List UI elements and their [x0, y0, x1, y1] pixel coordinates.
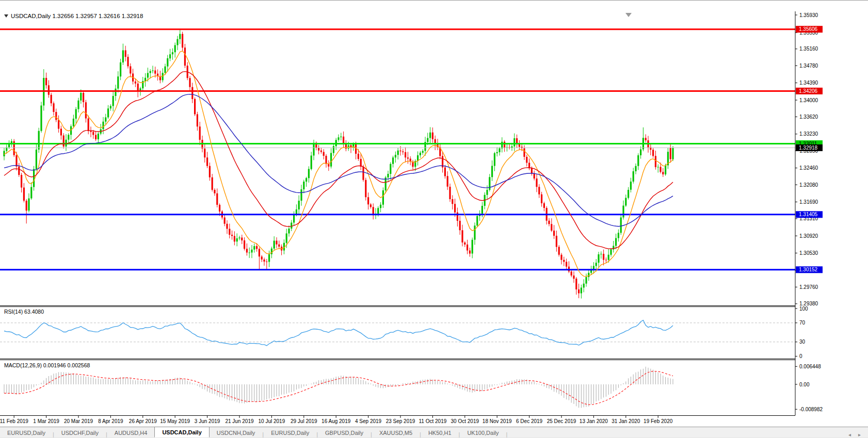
date-tick-label: 8 Apr 2019 — [98, 418, 123, 424]
date-tick-label: 29 Jul 2019 — [291, 418, 317, 424]
price-tag-label: 1.31405 — [799, 212, 818, 217]
price-tick-label: 1.30530 — [799, 250, 818, 256]
price-tick-label: 1.33620 — [799, 114, 818, 120]
mt4-window: T▾M1M5M15M30H1H4D1W1MN USDCAD,Daily 1.32… — [0, 0, 868, 438]
chart-tab-eurusd[interactable]: EURUSD,Daily — [0, 428, 53, 437]
rsi-scale-label: 70 — [799, 320, 806, 326]
price-tick-label: 1.30920 — [799, 233, 818, 239]
date-tick-label: 25 Dec 2019 — [547, 418, 576, 424]
macd-scale-label: 0.00 — [799, 382, 810, 387]
macd-label: MACD(12,26,9) 0.001946 0.002568 — [4, 362, 90, 368]
chart-tab-usdchf[interactable]: USDCHF,Daily — [54, 428, 106, 437]
price-tick-label: 1.33230 — [799, 131, 818, 137]
rsi-scale-label: 30 — [799, 339, 806, 345]
tab-scroll-right-icon[interactable]: ▸ — [858, 432, 861, 437]
date-tick-label: 6 Dec 2019 — [516, 418, 543, 424]
date-tick-label: 10 Jul 2019 — [259, 418, 285, 424]
date-tick-label: 15 May 2019 — [160, 418, 190, 424]
current-price-label: 1.32918 — [799, 145, 818, 151]
chart-title: USDCAD,Daily 1.32656 1.32957 1.32616 1.3… — [11, 13, 143, 19]
price-tick-label: 1.29760 — [799, 284, 818, 290]
date-tick-label: 4 Sep 2019 — [355, 418, 382, 424]
date-tick-label: 18 Nov 2019 — [483, 418, 512, 424]
price-tick-label: 1.35160 — [799, 46, 818, 52]
price-tick-label: 1.34780 — [799, 63, 818, 69]
date-tick-label: 13 Jan 2020 — [580, 418, 608, 424]
chart-tab-uk100[interactable]: UK100,Daily — [460, 428, 506, 437]
price-tick-label: 1.31690 — [799, 199, 818, 205]
date-tick-label: 20 Mar 2019 — [64, 418, 93, 424]
date-tick-label: 11 Feb 2019 — [0, 418, 28, 424]
date-tick-label: 3 Jun 2019 — [195, 418, 220, 424]
macd-scale-label: 0.006448 — [799, 364, 821, 369]
chart-tab-hk50[interactable]: HK50,H1 — [421, 428, 459, 437]
tab-scroll-left-icon[interactable]: ◂ — [848, 432, 851, 437]
price-tick-label: 1.35930 — [799, 12, 818, 18]
price-tick-label: 1.34000 — [799, 98, 818, 103]
date-tick-label: 1 Mar 2019 — [33, 418, 59, 424]
date-tick-label: 31 Jan 2020 — [612, 418, 640, 424]
chart-tab-gbpusd[interactable]: GBPUSD,Daily — [318, 428, 371, 437]
chart-tab-xauusd[interactable]: XAUUSD,M5 — [372, 428, 420, 437]
date-tick-label: 26 Apr 2019 — [129, 418, 157, 424]
macd-scale-label: -0.008982 — [799, 407, 823, 412]
price-tick-label: 1.32080 — [799, 182, 818, 188]
chart-tab-bar: EURUSD,Daily|USDCHF,Daily|AUDUSD,H4USDCA… — [0, 427, 868, 437]
tab-divider: | — [506, 431, 508, 437]
date-tick-label: 16 Aug 2019 — [322, 418, 351, 424]
chart-tab-eurusd[interactable]: EURUSD,Daily — [264, 428, 316, 437]
chart-canvas[interactable]: USDCAD,Daily 1.32656 1.32957 1.32616 1.3… — [0, 0, 868, 427]
date-tick-label: 30 Oct 2019 — [451, 418, 479, 424]
rsi-scale-label: 100 — [799, 306, 808, 312]
date-tick-label: 23 Sep 2019 — [386, 418, 415, 424]
price-tick-label: 1.34390 — [799, 80, 818, 86]
price-tick-label: 1.32460 — [799, 165, 818, 171]
price-tag-label: 1.34206 — [799, 88, 818, 94]
rsi-scale-label: 0 — [799, 353, 802, 359]
chart-tab-usdcad[interactable]: USDCAD,Daily — [154, 427, 209, 437]
rsi-label: RSI(14) 63.4080 — [4, 309, 44, 315]
date-tick-label: 21 Jun 2019 — [225, 418, 253, 424]
chart-tab-usdcnh[interactable]: USDCNH,Daily — [210, 428, 263, 437]
date-tick-label: 11 Oct 2019 — [419, 418, 447, 424]
date-tick-label: 19 Feb 2020 — [644, 418, 673, 424]
chart-tab-audusd[interactable]: AUDUSD,H4 — [107, 428, 155, 437]
price-tag-label: 1.30152 — [799, 267, 818, 272]
price-tag-label: 1.35606 — [799, 26, 818, 32]
